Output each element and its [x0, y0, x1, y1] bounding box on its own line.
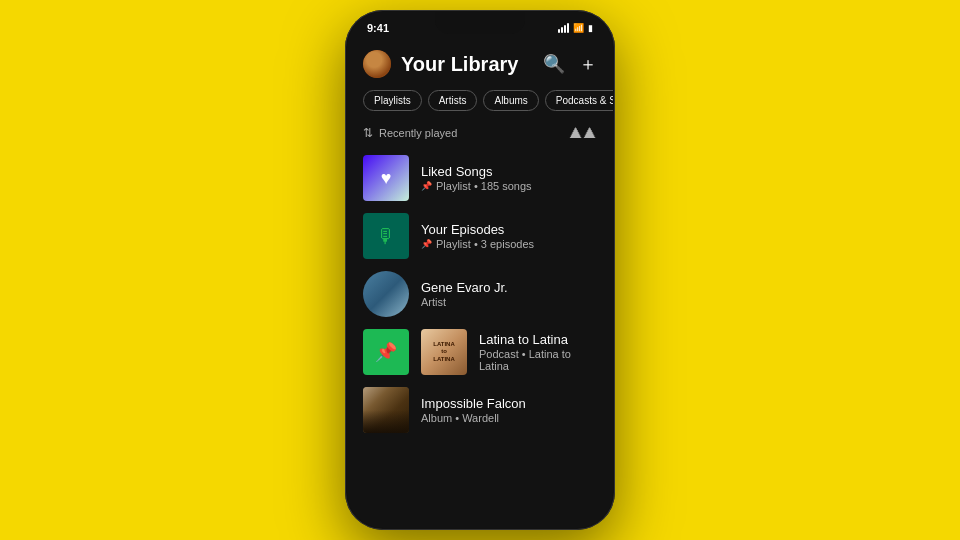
- filter-tab-playlists[interactable]: Playlists: [363, 90, 422, 111]
- sort-row: ⇅ Recently played ⯅⯅: [347, 121, 613, 149]
- item-name: Latina to Latina: [479, 332, 597, 347]
- filter-tab-albums[interactable]: Albums: [483, 90, 538, 111]
- list-item[interactable]: 🎙 Your Episodes 📌 Playlist • 3 episodes: [347, 207, 613, 265]
- status-icons: 📶 ▮: [558, 23, 593, 33]
- add-icon[interactable]: ＋: [579, 55, 597, 73]
- item-name: Your Episodes: [421, 222, 597, 237]
- item-name: Gene Evaro Jr.: [421, 280, 597, 295]
- heart-icon: ♥: [381, 168, 392, 189]
- item-name: Liked Songs: [421, 164, 597, 179]
- item-subtitle: Playlist • 3 episodes: [436, 238, 534, 250]
- filter-tabs: Playlists Artists Albums Podcasts & Show…: [347, 86, 613, 121]
- album-info: Impossible Falcon Album • Wardell: [421, 396, 597, 424]
- item-subtitle: Playlist • 185 songs: [436, 180, 532, 192]
- spotify-pin-icon: 📌: [421, 239, 432, 249]
- spotify-pin-icon: 📌: [421, 181, 432, 191]
- item-meta: Artist: [421, 296, 597, 308]
- liked-songs-info: Liked Songs 📌 Playlist • 185 songs: [421, 164, 597, 192]
- phone-notch: [435, 12, 525, 34]
- item-subtitle: Artist: [421, 296, 446, 308]
- list-item[interactable]: Impossible Falcon Album • Wardell: [347, 381, 613, 439]
- liked-songs-thumbnail: ♥: [363, 155, 409, 201]
- status-time: 9:41: [367, 22, 389, 34]
- user-avatar[interactable]: [363, 50, 391, 78]
- signal-bars-icon: [558, 23, 569, 33]
- sort-control[interactable]: ⇅ Recently played: [363, 126, 457, 140]
- filter-tab-podcasts[interactable]: Podcasts & Shows: [545, 90, 613, 111]
- album-image: [363, 387, 409, 433]
- podcast-image: LATINAtoLATINA: [421, 329, 467, 375]
- item-meta: 📌 Playlist • 3 episodes: [421, 238, 597, 250]
- wifi-icon: 📶: [573, 23, 584, 33]
- album-thumbnail: [363, 387, 409, 433]
- artist-image: [363, 271, 409, 317]
- filter-tab-artists[interactable]: Artists: [428, 90, 478, 111]
- list-item[interactable]: ♥ Liked Songs 📌 Playlist • 185 songs: [347, 149, 613, 207]
- header-actions: 🔍 ＋: [543, 55, 597, 73]
- podcast-icon: 🎙: [376, 225, 396, 248]
- header-left: Your Library: [363, 50, 518, 78]
- app-content: Your Library 🔍 ＋ Playlists Artists Album…: [347, 38, 613, 528]
- podcast-pinned-thumbnail: 📌: [363, 329, 409, 375]
- item-name: Impossible Falcon: [421, 396, 597, 411]
- library-list: ♥ Liked Songs 📌 Playlist • 185 songs 🎙: [347, 149, 613, 528]
- item-meta: 📌 Playlist • 185 songs: [421, 180, 597, 192]
- sort-label: Recently played: [379, 127, 457, 139]
- battery-icon: ▮: [588, 23, 593, 33]
- podcast-info: Latina to Latina Podcast • Latina to Lat…: [479, 332, 597, 372]
- phone-screen: 9:41 📶 ▮ Your Library: [347, 12, 613, 528]
- artist-info: Gene Evaro Jr. Artist: [421, 280, 597, 308]
- grid-view-icon[interactable]: ⯅⯅: [569, 125, 597, 141]
- list-item[interactable]: 📌 LATINAtoLATINA Latina to Latina Podcas…: [347, 323, 613, 381]
- episodes-thumbnail: 🎙: [363, 213, 409, 259]
- search-icon[interactable]: 🔍: [543, 55, 565, 73]
- phone-device: 9:41 📶 ▮ Your Library: [345, 10, 615, 530]
- sort-arrows-icon: ⇅: [363, 126, 373, 140]
- item-subtitle: Podcast • Latina to Latina: [479, 348, 597, 372]
- item-subtitle: Album • Wardell: [421, 412, 499, 424]
- item-meta: Album • Wardell: [421, 412, 597, 424]
- list-item[interactable]: Gene Evaro Jr. Artist: [347, 265, 613, 323]
- item-meta: Podcast • Latina to Latina: [479, 348, 597, 372]
- page-title: Your Library: [401, 53, 518, 76]
- pin-icon: 📌: [375, 341, 397, 363]
- avatar-image: [363, 50, 391, 78]
- artist-thumbnail: [363, 271, 409, 317]
- library-header: Your Library 🔍 ＋: [347, 38, 613, 86]
- episodes-info: Your Episodes 📌 Playlist • 3 episodes: [421, 222, 597, 250]
